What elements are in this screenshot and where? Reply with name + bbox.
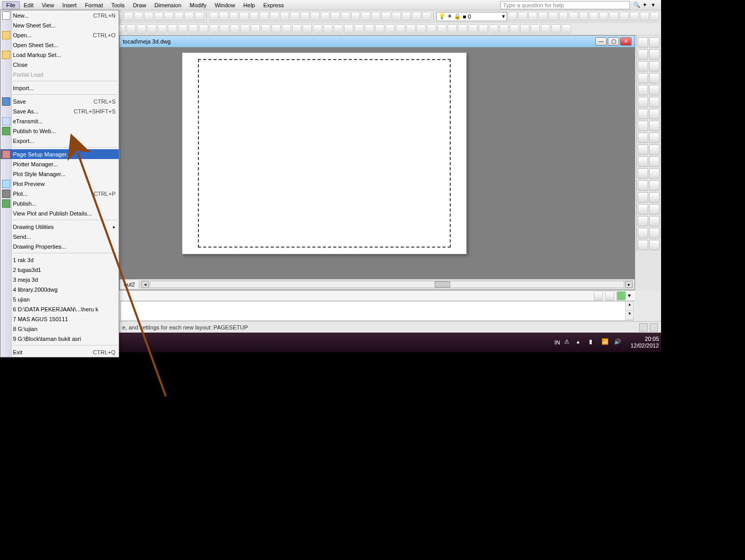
palette-button[interactable] [649, 192, 660, 203]
toolbar-button[interactable] [479, 24, 488, 34]
file-menu-item[interactable]: Publish... [1, 198, 119, 208]
toolbar-button[interactable] [361, 12, 370, 21]
menu-view[interactable]: View [38, 1, 59, 9]
toolbar-button[interactable] [458, 24, 467, 34]
toolbar-button[interactable] [154, 12, 164, 21]
palette-button[interactable] [649, 109, 660, 119]
toolbar-button[interactable] [569, 12, 578, 21]
language-indicator[interactable]: IN [554, 339, 560, 346]
status-button[interactable] [650, 323, 658, 332]
toolbar-button[interactable] [270, 12, 279, 21]
dropdown-icon[interactable]: ▾ [652, 2, 659, 9]
menu-help[interactable]: Help [239, 1, 260, 9]
toolbar-button[interactable] [499, 24, 509, 34]
palette-button[interactable] [638, 121, 648, 131]
file-menu-item[interactable]: Plotter Manager... [1, 159, 119, 169]
toolbar-button[interactable] [251, 24, 260, 34]
file-menu-item[interactable]: Drawing Utilities [1, 222, 119, 232]
toolbar-button[interactable] [341, 12, 350, 21]
file-menu-item[interactable]: Drawing Properties... [1, 241, 119, 251]
toolbar-button[interactable] [282, 24, 291, 34]
toolbar-button[interactable] [323, 24, 333, 34]
toolbar-button[interactable] [518, 12, 527, 21]
toolbar-button[interactable] [551, 24, 561, 34]
toolbar-button[interactable] [209, 24, 219, 34]
toolbar-button[interactable] [385, 24, 395, 34]
toolbar-button[interactable] [199, 24, 208, 34]
palette-button[interactable] [649, 228, 660, 238]
toolbar-button[interactable] [164, 12, 174, 21]
toolbar-button[interactable] [589, 12, 598, 21]
toolbar-button[interactable] [189, 24, 198, 34]
file-menu-item[interactable]: Save As...CTRL+SHIFT+S [1, 106, 119, 116]
file-menu-item[interactable]: Load Markup Set... [1, 50, 119, 60]
file-menu-item[interactable]: 9 G:\Block\taman bukit asri [1, 334, 119, 343]
toolbar-button[interactable] [271, 24, 281, 34]
menu-file[interactable]: File [2, 1, 20, 9]
palette-button[interactable] [638, 37, 648, 48]
toolbar-button[interactable] [195, 12, 204, 21]
palette-button[interactable] [638, 97, 648, 107]
layout-tab[interactable]: out2 [120, 280, 139, 289]
palette-button[interactable] [649, 216, 660, 226]
file-menu-item[interactable]: 4 library.2000dwg [1, 284, 119, 294]
palette-button[interactable] [649, 49, 660, 60]
toolbar-button[interactable] [640, 12, 649, 21]
chevron-down-icon[interactable]: ▾ [502, 13, 505, 20]
toolbar-button[interactable] [261, 24, 270, 34]
palette-button[interactable] [638, 145, 648, 155]
palette-button[interactable] [638, 73, 648, 83]
file-menu-item[interactable]: Open...CTRL+O [1, 30, 119, 40]
palette-button[interactable] [638, 228, 648, 238]
file-menu-item[interactable]: Plot Style Manager... [1, 169, 119, 179]
file-menu-item[interactable]: 6 D:\DATA PEKERJAAN\...\heru k [1, 304, 119, 314]
toolbar-button[interactable] [334, 24, 343, 34]
menu-modify[interactable]: Modify [185, 1, 210, 9]
toolbar-button[interactable] [609, 12, 619, 21]
toolbar-button[interactable] [520, 24, 529, 34]
menu-edit[interactable]: Edit [20, 1, 38, 9]
toolbar-button[interactable] [168, 24, 177, 34]
toolbar-button[interactable] [175, 12, 184, 21]
toolbar-button[interactable] [579, 12, 589, 21]
file-menu-item[interactable]: New...CTRL+N [1, 10, 119, 20]
menu-express[interactable]: Express [259, 1, 288, 9]
toolbar-button[interactable] [412, 12, 421, 21]
toolbar-button[interactable] [559, 12, 568, 21]
scroll-up-icon[interactable]: ▴ [626, 301, 634, 311]
palette-button[interactable] [649, 37, 660, 48]
file-menu-item[interactable]: Page Setup Manager... [1, 149, 119, 159]
scroll-track[interactable] [150, 281, 624, 288]
menu-draw[interactable]: Draw [128, 1, 150, 9]
toolbar-button[interactable] [620, 12, 629, 21]
toolbar-button[interactable] [220, 24, 229, 34]
toolbar-button[interactable] [538, 12, 548, 21]
toolbar-button[interactable] [240, 24, 250, 34]
toolbar-button[interactable] [313, 24, 322, 34]
toolbar-button[interactable] [351, 12, 361, 21]
toolbar-button[interactable] [303, 24, 312, 34]
toolbar-button[interactable] [184, 12, 194, 21]
toolbar-button[interactable] [344, 24, 353, 34]
palette-button[interactable] [649, 85, 660, 95]
menu-insert[interactable]: Insert [58, 1, 81, 9]
status-button[interactable] [639, 323, 648, 332]
scroll-right-icon[interactable]: ▸ [625, 281, 633, 288]
toolbar-button[interactable] [510, 24, 519, 34]
file-menu-item[interactable]: Export... [1, 136, 119, 146]
minimize-button[interactable]: — [595, 37, 607, 46]
toolbar-button[interactable] [124, 12, 133, 21]
toolbar-button[interactable] [396, 24, 405, 34]
palette-button[interactable] [638, 180, 648, 191]
file-menu-item[interactable]: 7 MAS AGUS 150111 [1, 314, 119, 324]
palette-button[interactable] [649, 180, 660, 191]
action-center-icon[interactable]: ⚠ [564, 338, 572, 347]
toolbar-button[interactable] [134, 12, 144, 21]
palette-button[interactable] [649, 61, 660, 71]
palette-button[interactable] [649, 168, 660, 179]
toolbar-button[interactable] [209, 12, 219, 21]
toolbar-button[interactable] [531, 24, 540, 34]
network-icon[interactable]: 📶 [601, 338, 610, 347]
toolbar-button[interactable] [280, 12, 290, 21]
close-button[interactable]: ✕ [620, 37, 632, 46]
